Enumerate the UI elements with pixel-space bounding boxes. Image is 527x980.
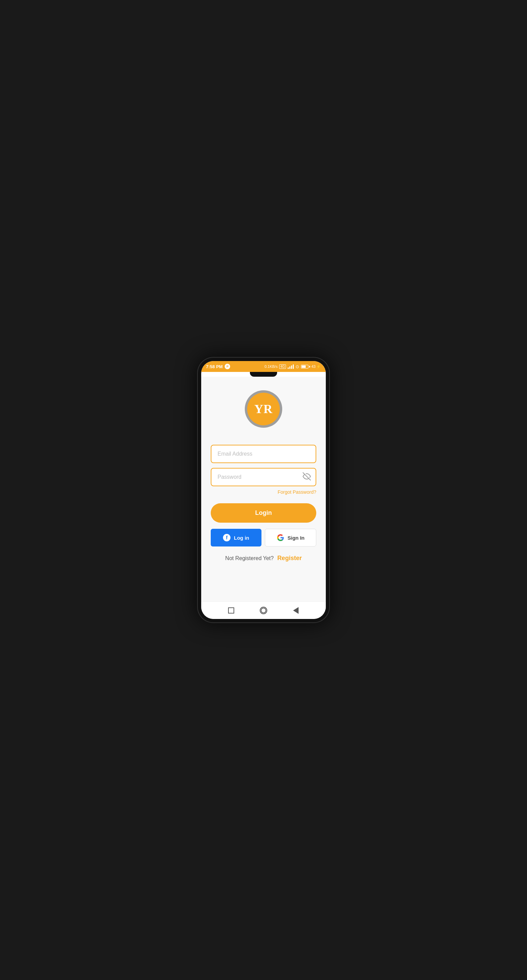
parking-icon: P xyxy=(225,364,230,369)
status-bar: 7:58 PM P 0.1KB/s 4G ⊙ xyxy=(201,361,326,372)
camera-notch xyxy=(250,372,277,377)
phone-screen: 7:58 PM P 0.1KB/s 4G ⊙ xyxy=(201,361,326,619)
password-input[interactable] xyxy=(211,468,316,486)
status-left: 7:58 PM P xyxy=(206,364,230,369)
google-signin-button[interactable]: Sign In xyxy=(265,529,316,546)
facebook-login-button[interactable]: f Log in xyxy=(211,529,261,546)
signal-icon xyxy=(288,364,294,369)
battery-level: 43 xyxy=(312,364,315,369)
back-arrow-icon xyxy=(293,607,299,614)
logo-container: YR xyxy=(245,390,282,428)
square-icon xyxy=(228,608,234,614)
nav-home-button[interactable] xyxy=(260,606,267,614)
forgot-password-container: Forgot Password? xyxy=(211,489,316,495)
wifi-icon: ⊙ xyxy=(296,364,299,369)
login-button[interactable]: Login xyxy=(211,503,316,523)
email-input[interactable] xyxy=(211,445,316,463)
nav-recents-button[interactable] xyxy=(227,606,235,614)
social-login-buttons: f Log in Sign In xyxy=(211,529,316,546)
network-speed: 0.1KB/s xyxy=(264,364,278,369)
google-icon xyxy=(277,534,284,541)
circle-icon xyxy=(260,607,267,614)
toggle-password-icon[interactable] xyxy=(303,472,311,482)
logo-outer-circle: YR xyxy=(245,390,282,428)
register-link[interactable]: Register xyxy=(277,555,302,562)
facebook-icon: f xyxy=(223,534,231,541)
register-prompt: Not Registered Yet? Register xyxy=(211,555,316,562)
network-type: 4G xyxy=(279,364,286,369)
navigation-bar xyxy=(201,601,326,619)
phone-frame: 7:58 PM P 0.1KB/s 4G ⊙ xyxy=(197,357,330,623)
nav-back-button[interactable] xyxy=(292,606,300,614)
password-wrapper xyxy=(211,468,316,486)
logo-initials: YR xyxy=(254,402,273,416)
battery-icon: 43 ⚡ xyxy=(301,364,321,369)
login-form: Forgot Password? Login f Log in xyxy=(211,445,316,562)
register-prompt-text: Not Registered Yet? xyxy=(225,555,274,561)
facebook-label: Log in xyxy=(234,535,249,541)
forgot-password-link[interactable]: Forgot Password? xyxy=(277,489,316,495)
logo-inner-circle: YR xyxy=(247,393,280,425)
time-display: 7:58 PM xyxy=(206,364,223,369)
status-right: 0.1KB/s 4G ⊙ 43 ⚡ xyxy=(264,364,321,369)
google-label: Sign In xyxy=(288,535,305,541)
login-screen: YR xyxy=(201,377,326,601)
